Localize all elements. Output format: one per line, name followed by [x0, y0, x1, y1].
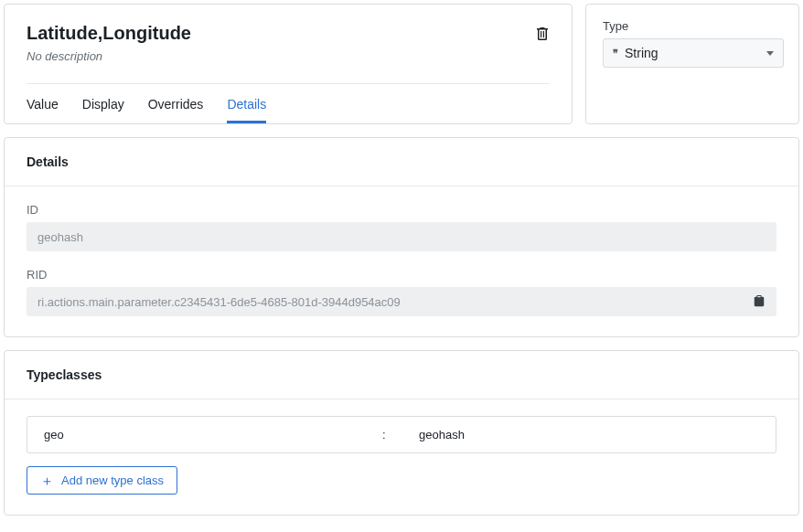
- page-title: Latitude,Longitude: [27, 23, 191, 44]
- delete-button[interactable]: [535, 23, 550, 44]
- type-label: Type: [603, 19, 784, 33]
- typeclass-value: geohash: [419, 428, 465, 442]
- typeclasses-section-title: Typeclasses: [5, 351, 798, 399]
- tab-overrides[interactable]: Overrides: [148, 97, 204, 123]
- id-label: ID: [27, 203, 776, 217]
- type-selected-value: String: [625, 46, 658, 60]
- details-section-title: Details: [5, 138, 798, 186]
- trash-icon: [535, 27, 550, 41]
- rid-label: RID: [27, 268, 776, 282]
- typeclass-key: geo: [44, 428, 382, 442]
- tab-bar: Value Display Overrides Details: [27, 84, 550, 123]
- id-field: geohash: [27, 222, 776, 251]
- add-typeclass-label: Add new type class: [61, 473, 164, 487]
- clipboard-icon: [753, 294, 766, 307]
- add-typeclass-button[interactable]: ＋ Add new type class: [27, 466, 177, 495]
- tab-value[interactable]: Value: [27, 97, 59, 123]
- plus-icon: ＋: [40, 473, 54, 487]
- type-select[interactable]: ❞ String: [603, 38, 784, 68]
- typeclass-row: geo : geohash: [27, 416, 776, 453]
- copy-rid-button[interactable]: [753, 294, 766, 310]
- rid-value: ri.actions.main.parameter.c2345431-6de5-…: [37, 295, 401, 309]
- rid-field: ri.actions.main.parameter.c2345431-6de5-…: [27, 287, 776, 316]
- chevron-down-icon: [766, 51, 774, 56]
- typeclass-separator: :: [382, 428, 419, 442]
- id-value: geohash: [37, 230, 83, 244]
- tab-details[interactable]: Details: [227, 97, 266, 123]
- tab-display[interactable]: Display: [82, 97, 124, 123]
- description-text: No description: [27, 49, 191, 63]
- string-type-icon: ❞: [613, 48, 617, 59]
